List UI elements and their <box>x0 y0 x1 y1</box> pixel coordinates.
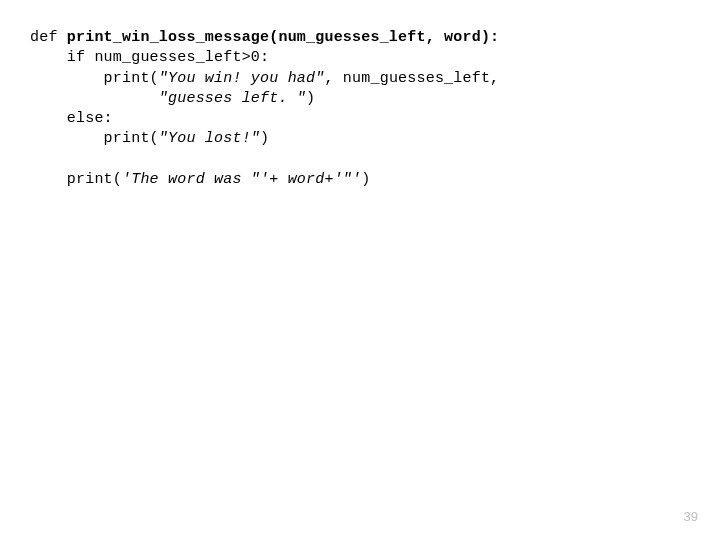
code-string: "You win! you had" <box>159 70 325 87</box>
code-line: print( <box>30 171 122 188</box>
code-block: def print_win_loss_message(num_guesses_l… <box>30 28 700 190</box>
slide: def print_win_loss_message(num_guesses_l… <box>0 0 720 540</box>
code-line: print( <box>30 70 159 87</box>
code-line-tail: ) <box>361 171 370 188</box>
code-line: print( <box>30 130 159 147</box>
code-line: else: <box>30 110 113 127</box>
code-string: "You lost!" <box>159 130 260 147</box>
code-line-tail: , num_guesses_left, <box>324 70 499 87</box>
code-string: "guesses left. " <box>30 90 306 107</box>
code-keyword-def: def <box>30 29 67 46</box>
code-function-signature: print_win_loss_message(num_guesses_left,… <box>67 29 499 46</box>
code-line-tail: ) <box>306 90 315 107</box>
code-line-tail: ) <box>260 130 269 147</box>
page-number: 39 <box>684 508 698 526</box>
code-line: if num_guesses_left>0: <box>30 49 269 66</box>
code-string: 'The word was "'+ word+'"' <box>122 171 361 188</box>
